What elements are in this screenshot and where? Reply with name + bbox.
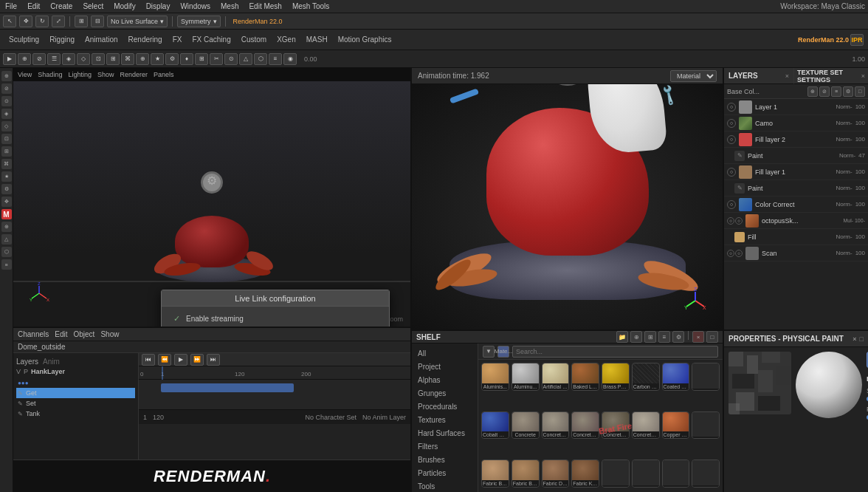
material-copper[interactable]: Copper P... bbox=[662, 411, 690, 440]
cat-tools[interactable]: Tools bbox=[412, 479, 478, 492]
tab-custom[interactable]: Custom bbox=[237, 34, 271, 45]
material-fabric3[interactable]: Fabric De... bbox=[542, 459, 570, 488]
material-empty2[interactable] bbox=[692, 411, 720, 440]
layer-item-paint1[interactable]: ✎ Paint Norm- 47 bbox=[724, 148, 868, 164]
material-brass[interactable]: Brass Pure bbox=[602, 363, 630, 391]
menu-edit-mesh[interactable]: Edit Mesh bbox=[247, 2, 283, 10]
tab-sculpting[interactable]: Sculpting bbox=[4, 34, 44, 45]
menu-shading[interactable]: Shading bbox=[38, 71, 62, 78]
tab-xgen[interactable]: XGen bbox=[272, 34, 300, 45]
snap2-btn[interactable]: ⊟ bbox=[91, 16, 104, 27]
header-edit[interactable]: Edit bbox=[55, 330, 67, 338]
sidebar-icon-9[interactable]: ★ bbox=[1, 171, 12, 182]
icon19[interactable]: ≡ bbox=[269, 53, 282, 65]
cat-brushes[interactable]: Brushes bbox=[412, 453, 478, 466]
tab-rigging[interactable]: Rigging bbox=[45, 34, 79, 45]
header-object[interactable]: Object bbox=[74, 330, 95, 338]
material-fabric4[interactable]: Fabric Kni... bbox=[571, 459, 599, 488]
octopus-eye2[interactable]: ○ bbox=[735, 217, 743, 225]
material-empty4[interactable] bbox=[632, 459, 660, 488]
scan-eye[interactable]: ○ bbox=[727, 250, 734, 257]
icon18[interactable]: ⬡ bbox=[254, 53, 267, 65]
shelf-close-btn[interactable]: × bbox=[692, 331, 704, 343]
material-concrete2[interactable]: Concrete... bbox=[542, 411, 570, 440]
filter-icon[interactable]: ▼ bbox=[483, 346, 495, 358]
icon16[interactable]: ⊙ bbox=[224, 53, 238, 65]
fill1-eye[interactable]: ○ bbox=[727, 168, 736, 177]
base-col-icon4[interactable]: ⚙ bbox=[843, 86, 853, 97]
material-aluminu[interactable]: Aluminu... bbox=[512, 363, 540, 391]
material-concrete1[interactable]: Concrete bbox=[512, 411, 540, 440]
symmetry-dropdown[interactable]: Symmetry▾ bbox=[177, 16, 221, 27]
material-carbon[interactable]: Carbon Fi... bbox=[632, 363, 660, 391]
colcorrect-eye[interactable]: ○ bbox=[727, 200, 736, 209]
tab-motion-graphics[interactable]: Motion Graphics bbox=[334, 34, 396, 45]
menu-windows[interactable]: Windows bbox=[178, 2, 213, 10]
tab-layers[interactable]: Layers bbox=[16, 358, 38, 366]
material-artificial[interactable]: Artificial L... bbox=[542, 363, 570, 391]
cat-textures[interactable]: Textures bbox=[412, 413, 478, 426]
material-empty3[interactable] bbox=[602, 459, 630, 488]
menu-mesh-tools[interactable]: Mesh Tools bbox=[290, 2, 331, 10]
icon7[interactable]: ⊡ bbox=[92, 53, 105, 65]
sidebar-icon-15[interactable]: ≡ bbox=[1, 259, 12, 270]
timeline-next-btn[interactable]: ⏩ bbox=[190, 354, 204, 366]
menu-view[interactable]: View bbox=[18, 71, 32, 78]
cat-filters[interactable]: Filters bbox=[412, 440, 478, 453]
shelf-folder-btn[interactable]: 📁 bbox=[616, 331, 628, 343]
icon15[interactable]: ✂ bbox=[210, 53, 223, 65]
icon8[interactable]: ⊞ bbox=[106, 53, 120, 65]
base-col-icon1[interactable]: ⊕ bbox=[807, 86, 818, 97]
sidebar-icon-14[interactable]: ⬡ bbox=[1, 247, 12, 257]
menu-show[interactable]: Show bbox=[97, 71, 114, 78]
icon14[interactable]: ⊞ bbox=[195, 53, 208, 65]
menu-modify[interactable]: Modify bbox=[111, 2, 137, 10]
sidebar-icon-6[interactable]: ⊡ bbox=[1, 134, 12, 144]
tab-rendering[interactable]: Rendering bbox=[124, 34, 167, 45]
material-concrete3[interactable]: Concrete... bbox=[571, 411, 599, 440]
menu-renderer[interactable]: Renderer bbox=[120, 71, 148, 78]
sidebar-icon-12[interactable]: ⊕ bbox=[1, 222, 12, 232]
layer-item-color-correct[interactable]: ○ Color Correct Norm- 100 bbox=[724, 197, 868, 213]
base-col-icon5[interactable]: □ bbox=[855, 86, 865, 97]
material-dropdown[interactable]: Material bbox=[670, 70, 717, 82]
sidebar-icon-8[interactable]: ⌘ bbox=[1, 159, 12, 169]
sidebar-icon-10[interactable]: ⚙ bbox=[1, 184, 12, 194]
scale-tool-btn[interactable]: ⤢ bbox=[52, 16, 65, 27]
sidebar-icon-1[interactable]: ⊕ bbox=[1, 71, 12, 81]
texture-set-close-btn[interactable]: × bbox=[861, 72, 865, 80]
layer1-eye[interactable]: ○ bbox=[727, 103, 736, 112]
icon11[interactable]: ★ bbox=[151, 53, 164, 65]
icon1[interactable]: ▶ bbox=[3, 53, 16, 65]
sidebar-icon-3[interactable]: ⊙ bbox=[1, 96, 12, 106]
maya-viewport[interactable]: View Shading Lighting Show Renderer Pane… bbox=[13, 68, 410, 327]
cat-hard-surfaces[interactable]: Hard Surfaces bbox=[412, 426, 478, 440]
shelf-filter-btn[interactable]: ⊕ bbox=[630, 331, 642, 343]
layer-item-fill1[interactable]: ○ Fill layer 1 Norm- 100 bbox=[724, 164, 868, 180]
icon20[interactable]: ◉ bbox=[283, 53, 297, 65]
base-col-icon2[interactable]: ⊘ bbox=[819, 86, 830, 97]
layer-item-fill2[interactable]: ○ Fill layer 2 Norm- 100 bbox=[724, 131, 868, 148]
shelf-grid-btn[interactable]: ⊞ bbox=[644, 331, 656, 343]
layer-item-camo[interactable]: ○ Camo Norm- 100 bbox=[724, 115, 868, 131]
rotate-tool-btn[interactable]: ↻ bbox=[35, 16, 49, 27]
material-coated[interactable]: Coated M... bbox=[662, 363, 690, 391]
sidebar-icon-5[interactable]: ◇ bbox=[1, 121, 12, 131]
layer-item-paint2[interactable]: ✎ Paint Norm- 100 bbox=[724, 180, 868, 197]
timeline-play-btn[interactable]: ▶ bbox=[174, 354, 187, 366]
icon9[interactable]: ⌘ bbox=[121, 53, 134, 65]
material-fabric2[interactable]: Fabric Ba... bbox=[512, 459, 540, 488]
menu-mesh[interactable]: Mesh bbox=[218, 2, 241, 10]
timeline-end-btn[interactable]: ⏭ bbox=[207, 354, 220, 366]
icon17[interactable]: △ bbox=[239, 53, 252, 65]
cat-alphas[interactable]: Alphas bbox=[412, 373, 478, 386]
icon6[interactable]: ◇ bbox=[77, 53, 90, 65]
tab-animation[interactable]: Animation bbox=[80, 34, 122, 45]
props-close-btn[interactable]: × bbox=[852, 335, 856, 343]
channel-item-set[interactable]: ✎ Set bbox=[16, 398, 135, 409]
sidebar-icon-m[interactable]: M bbox=[1, 209, 12, 219]
cat-procedurals[interactable]: Procedurals bbox=[412, 400, 478, 413]
tab-mash[interactable]: MASH bbox=[302, 34, 332, 45]
props-expand-btn[interactable]: □ bbox=[860, 335, 864, 343]
menu-file[interactable]: File bbox=[3, 2, 19, 10]
